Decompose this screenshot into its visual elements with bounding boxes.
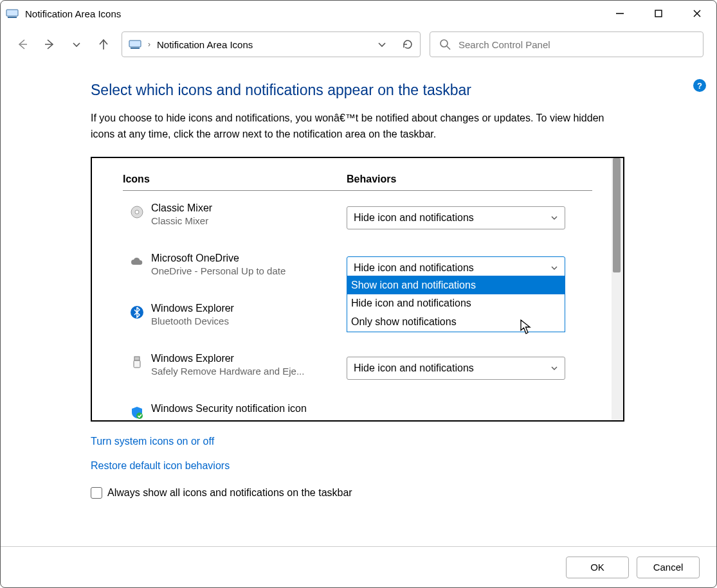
titlebar: Notification Area Icons <box>1 1 716 26</box>
window: Notification Area Icons › Notification A… <box>0 0 717 588</box>
chevron-down-icon <box>550 264 558 272</box>
item-name: Windows Security notification icon <box>151 403 336 414</box>
item-sub: OneDrive - Personal Up to date <box>151 265 336 276</box>
svg-rect-10 <box>131 48 140 49</box>
navbar: › Notification Area Icons <box>1 26 716 62</box>
svg-rect-0 <box>6 10 18 16</box>
behavior-combo[interactable]: Hide icon and notifications <box>347 206 565 229</box>
page-heading: Select which icons and notifications app… <box>91 82 697 99</box>
chevron-down-icon <box>550 214 558 222</box>
dropdown-option[interactable]: Hide icon and notifications <box>347 294 565 313</box>
history-dropdown[interactable] <box>377 40 386 49</box>
always-show-label: Always show all icons and notifications … <box>107 487 352 499</box>
cloud-icon <box>123 253 151 269</box>
search-icon <box>439 39 451 50</box>
address-bar[interactable]: › Notification Area Icons <box>122 31 421 57</box>
svg-point-18 <box>136 413 143 419</box>
help-icon[interactable]: ? <box>693 79 706 92</box>
dropdown-option[interactable]: Show icon and notifications <box>347 276 565 295</box>
item-name: Windows Explorer <box>151 303 336 314</box>
shield-icon <box>123 403 151 420</box>
breadcrumb-chevron-icon: › <box>148 40 150 49</box>
content: Select which icons and notifications app… <box>1 62 716 546</box>
search-input[interactable] <box>458 39 694 50</box>
chevron-down-icon <box>550 364 558 372</box>
svg-rect-16 <box>134 357 140 361</box>
icon-list: Icons Behaviors Classic Mixer Classic Mi… <box>91 157 624 422</box>
behavior-combo[interactable]: Hide icon and notifications <box>347 357 565 380</box>
svg-rect-3 <box>655 10 662 17</box>
bluetooth-icon <box>123 303 151 319</box>
link-system-icons[interactable]: Turn system icons on or off <box>91 436 214 447</box>
page-description: If you choose to hide icons and notifica… <box>91 111 624 143</box>
recent-dropdown[interactable] <box>68 35 86 53</box>
cancel-button[interactable]: Cancel <box>637 557 700 578</box>
item-name: Windows Explorer <box>151 353 336 364</box>
list-item: Microsoft OneDrive OneDrive - Personal U… <box>123 253 592 303</box>
address-icon <box>129 38 141 51</box>
item-sub: Safely Remove Hardware and Eje... <box>151 366 336 377</box>
forward-button[interactable] <box>41 35 59 53</box>
footer: OK Cancel <box>1 546 716 587</box>
link-restore-defaults[interactable]: Restore default icon behaviors <box>91 460 230 472</box>
item-name: Classic Mixer <box>151 202 336 214</box>
close-button[interactable] <box>678 1 716 26</box>
back-button[interactable] <box>14 35 32 53</box>
app-icon <box>6 7 19 20</box>
svg-point-11 <box>440 40 448 47</box>
behavior-dropdown: Show icon and notifications Hide icon an… <box>347 276 565 332</box>
maximize-button[interactable] <box>639 1 678 26</box>
search-box[interactable] <box>430 31 703 57</box>
item-name: Microsoft OneDrive <box>151 253 336 264</box>
minimize-button[interactable] <box>601 1 639 26</box>
list-item: Classic Mixer Classic Mixer Hide icon an… <box>123 202 592 253</box>
item-sub: Classic Mixer <box>151 215 336 226</box>
ok-button[interactable]: OK <box>566 557 629 578</box>
up-button[interactable] <box>95 35 113 53</box>
breadcrumb-label[interactable]: Notification Area Icons <box>157 39 253 50</box>
list-item: Windows Explorer Safely Remove Hardware … <box>123 353 592 403</box>
dropdown-option[interactable]: Only show notifications <box>347 313 565 332</box>
column-headers: Icons Behaviors <box>123 174 592 191</box>
item-sub: Bluetooth Devices <box>151 316 336 326</box>
svg-rect-1 <box>8 17 17 18</box>
svg-point-14 <box>135 210 139 214</box>
scrollbar-thumb[interactable] <box>613 158 621 272</box>
svg-rect-17 <box>134 361 140 368</box>
svg-rect-9 <box>129 40 141 47</box>
refresh-button[interactable] <box>402 39 413 50</box>
column-header-behaviors: Behaviors <box>347 174 396 185</box>
svg-line-12 <box>447 46 450 49</box>
window-controls <box>601 1 716 26</box>
column-header-icons: Icons <box>123 174 347 185</box>
list-item: Windows Security notification icon <box>123 403 592 422</box>
window-title: Notification Area Icons <box>25 8 121 19</box>
always-show-checkbox[interactable] <box>91 487 102 499</box>
disc-icon <box>123 202 151 219</box>
scrollbar[interactable] <box>612 158 623 420</box>
usb-icon <box>123 353 151 370</box>
